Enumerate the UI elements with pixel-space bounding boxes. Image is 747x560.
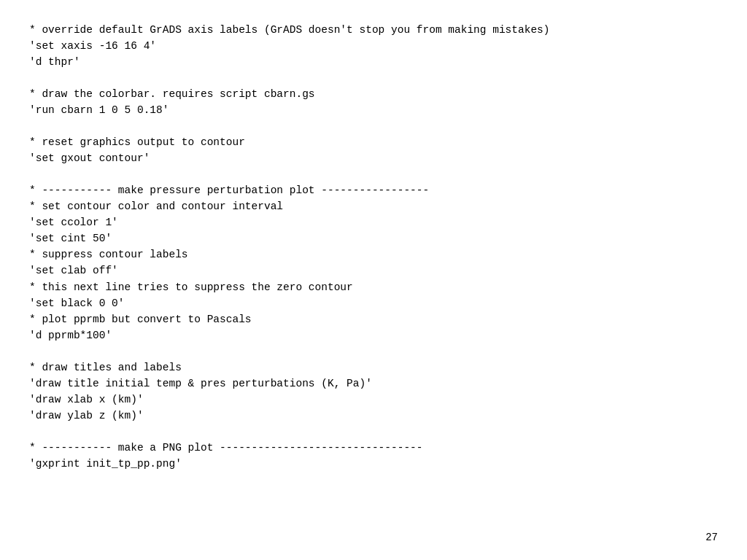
code-content: * override default GrADS axis labels (Gr…: [29, 22, 718, 472]
page-container: * override default GrADS axis labels (Gr…: [0, 0, 747, 560]
page-number: 27: [705, 530, 718, 545]
